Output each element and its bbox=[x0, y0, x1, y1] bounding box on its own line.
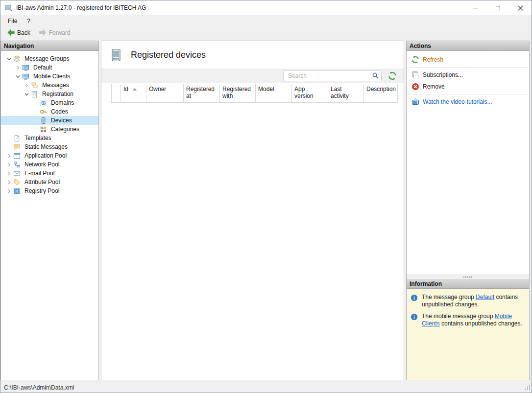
tree-item-label: Mobile Clients bbox=[32, 72, 72, 80]
monitor-icon bbox=[22, 72, 29, 80]
app-window: IBI-aws Admin 1.27.0 - registered for IB… bbox=[0, 0, 532, 393]
categories-icon bbox=[39, 125, 47, 133]
navigation-panel: Navigation Message Groups Default Mobile… bbox=[0, 41, 99, 380]
subscriptions-icon bbox=[411, 71, 419, 79]
actions-panel-header: Actions bbox=[407, 41, 529, 51]
action-label: Watch the video-tutorials... bbox=[423, 98, 492, 105]
tree-item-label: Application Pool bbox=[23, 152, 68, 160]
mobile-phone-icon bbox=[39, 116, 47, 124]
page-title: Registered devices bbox=[131, 50, 206, 60]
chevron-down-icon[interactable] bbox=[14, 74, 22, 79]
tree-item-registry-pool[interactable]: Registry Pool bbox=[1, 186, 98, 195]
back-label: Back bbox=[17, 29, 30, 36]
refresh-list-button[interactable] bbox=[388, 71, 397, 80]
tree-item-label: Static Messages bbox=[23, 143, 69, 151]
tree-item-categories[interactable]: Categories bbox=[1, 125, 98, 134]
chevron-right-icon[interactable] bbox=[5, 162, 13, 167]
info-icon bbox=[411, 313, 418, 321]
tree-item-messages[interactable]: Messages bbox=[1, 81, 98, 90]
back-button[interactable]: Back bbox=[3, 28, 34, 38]
info-note-default: The message group Default contains unpub… bbox=[411, 294, 525, 308]
forward-button[interactable]: Forward bbox=[35, 28, 74, 38]
window-title: IBI-aws Admin 1.27.0 - registered for IB… bbox=[16, 4, 146, 11]
tree-item-email-pool[interactable]: E-mail Pool bbox=[1, 169, 98, 178]
video-tutorials-icon bbox=[411, 98, 419, 106]
minimize-button[interactable] bbox=[464, 0, 486, 15]
devices-table-body bbox=[101, 103, 404, 380]
default-group-link[interactable]: Default bbox=[476, 294, 494, 301]
separator bbox=[407, 94, 529, 94]
tree-item-label: Registry Pool bbox=[23, 187, 61, 195]
close-button[interactable] bbox=[509, 0, 532, 15]
action-label: Refresh bbox=[423, 56, 443, 63]
column-header-registered-with[interactable]: Registered with bbox=[220, 84, 256, 102]
action-refresh[interactable]: Refresh bbox=[407, 54, 529, 66]
menu-help[interactable]: ? bbox=[22, 16, 35, 26]
column-header-last-activity[interactable]: Last activity bbox=[328, 84, 364, 102]
information-list: The message group Default contains unpub… bbox=[407, 289, 529, 380]
tree-item-mobile-clients[interactable]: Mobile Clients bbox=[1, 72, 98, 81]
column-header-owner[interactable]: Owner bbox=[146, 84, 184, 102]
tree-item-devices[interactable]: Devices bbox=[1, 116, 98, 125]
row-header-column bbox=[111, 84, 121, 102]
menu-file[interactable]: File bbox=[3, 16, 22, 26]
column-header-app-version[interactable]: App version bbox=[292, 84, 328, 102]
titlebar: IBI-aws Admin 1.27.0 - registered for IB… bbox=[0, 0, 532, 15]
tree-item-network-pool[interactable]: Network Pool bbox=[1, 160, 98, 169]
maximize-button[interactable] bbox=[486, 0, 509, 15]
tree-item-label: Network Pool bbox=[23, 161, 61, 168]
speech-bubble-icon bbox=[13, 143, 21, 151]
tree-item-default[interactable]: Default bbox=[1, 63, 98, 72]
close-icon bbox=[518, 5, 523, 11]
column-header-model[interactable]: Model bbox=[256, 84, 292, 102]
forward-arrow-icon bbox=[39, 29, 47, 36]
tree-item-static-messages[interactable]: Static Messages bbox=[1, 142, 98, 151]
search-box bbox=[283, 70, 382, 81]
navigation-tree: Message Groups Default Mobile Clients Me… bbox=[1, 51, 98, 380]
right-panel: Actions Refresh Subscriptions... Remove bbox=[406, 41, 530, 380]
chevron-right-icon[interactable] bbox=[5, 180, 13, 185]
tree-item-registration[interactable]: Registration bbox=[1, 90, 98, 98]
information-panel-header: Information bbox=[407, 279, 529, 289]
chevron-right-icon[interactable] bbox=[5, 189, 13, 193]
tree-item-label: Templates bbox=[23, 134, 53, 142]
column-header-id[interactable]: Id bbox=[121, 84, 146, 102]
tree-item-domains[interactable]: Domains bbox=[1, 98, 98, 107]
domains-icon bbox=[39, 99, 47, 107]
tree-item-application-pool[interactable]: Application Pool bbox=[1, 151, 98, 160]
chevron-right-icon[interactable] bbox=[5, 171, 13, 176]
column-header-registered-at[interactable]: Registered at bbox=[184, 84, 220, 102]
action-video-tutorials[interactable]: Watch the video-tutorials... bbox=[407, 96, 529, 108]
column-header-description[interactable]: Description bbox=[364, 84, 398, 102]
chevron-right-icon[interactable] bbox=[5, 154, 13, 158]
search-icon[interactable] bbox=[372, 72, 379, 79]
action-subscriptions[interactable]: Subscriptions... bbox=[407, 69, 529, 81]
tree-item-label: Messages bbox=[41, 81, 71, 89]
resize-grip[interactable] bbox=[525, 385, 531, 392]
chevron-right-icon[interactable] bbox=[14, 66, 22, 70]
tree-item-templates[interactable]: Templates bbox=[1, 134, 98, 142]
view-header: Registered devices bbox=[101, 41, 404, 69]
content-area: Navigation Message Groups Default Mobile… bbox=[0, 39, 532, 382]
back-arrow-icon bbox=[7, 29, 15, 36]
info-note-mobile-clients: The mobile message group Mobile Clients … bbox=[411, 313, 525, 327]
chevron-down-icon[interactable] bbox=[23, 92, 30, 96]
panel-splitter[interactable] bbox=[407, 275, 529, 279]
devices-table-header: Id Owner Registered at Registered with M… bbox=[111, 84, 398, 103]
tree-item-label: Categories bbox=[49, 125, 81, 133]
search-input[interactable] bbox=[283, 70, 382, 81]
app-window-icon bbox=[13, 152, 21, 160]
tree-item-message-groups[interactable]: Message Groups bbox=[1, 54, 98, 63]
chevron-right-icon[interactable] bbox=[23, 83, 30, 88]
chevron-down-icon[interactable] bbox=[5, 57, 13, 61]
sort-ascending-icon bbox=[133, 88, 137, 91]
action-remove[interactable]: Remove bbox=[407, 81, 529, 92]
registration-icon bbox=[30, 90, 38, 98]
tree-item-codes[interactable]: Codes bbox=[1, 107, 98, 116]
menu-bar: File ? bbox=[0, 15, 532, 26]
tree-item-label: Domains bbox=[49, 99, 75, 107]
splitter-grip-icon bbox=[467, 277, 468, 277]
info-note-text: The mobile message group Mobile Clients … bbox=[422, 313, 525, 327]
minimize-icon bbox=[473, 8, 478, 8]
tree-item-attribute-pool[interactable]: Attribute Pool bbox=[1, 178, 98, 186]
